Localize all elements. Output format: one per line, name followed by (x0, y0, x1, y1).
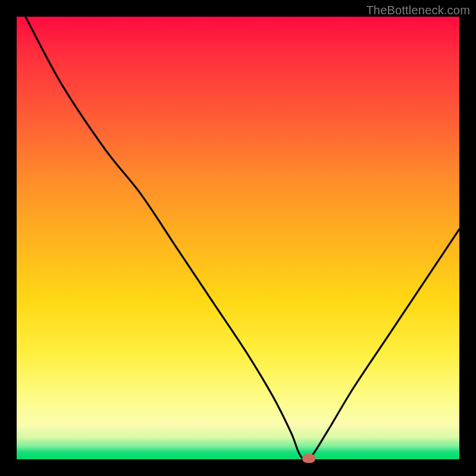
attribution-label: TheBottleneck.com (366, 4, 470, 17)
optimal-point-marker (302, 454, 315, 463)
gradient-plot-area (17, 17, 459, 459)
bottleneck-curve (17, 17, 459, 459)
chart-frame: TheBottleneck.com (0, 0, 476, 476)
